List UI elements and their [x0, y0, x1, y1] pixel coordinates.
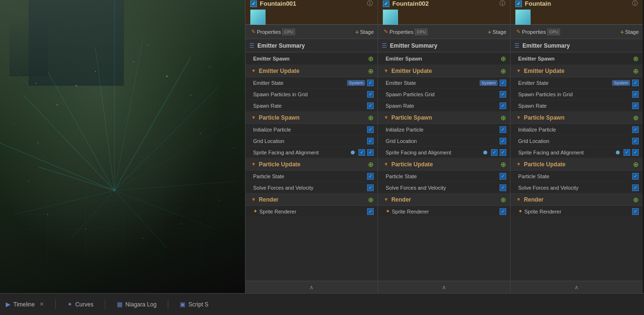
timeline-close[interactable]: ✕ — [40, 301, 44, 307]
particle-update-add-3[interactable]: ⊕ — [633, 161, 639, 168]
spawn-rate-row[interactable]: Spawn Rate ✓ — [245, 100, 378, 112]
particle-state-check-3[interactable]: ✓ — [632, 173, 639, 180]
spawn-add-button-3[interactable]: ⊕ — [633, 55, 639, 62]
panel-collapse-footer-3[interactable]: ∧ — [511, 281, 643, 293]
spawn-particles-check-2[interactable]: ✓ — [500, 91, 506, 98]
particle-state-row-2[interactable]: Particle State ✓ — [378, 171, 510, 182]
emitter-update-header[interactable]: ▼ Emitter Update ⊕ — [245, 65, 378, 77]
emitter-update-add-2[interactable]: ⊕ — [501, 67, 506, 75]
curves-tab[interactable]: ✦ Curves — [67, 299, 93, 310]
particle-update-header-2[interactable]: ▼ Particle Update ⊕ — [378, 158, 510, 171]
sprite-renderer-row-2[interactable]: ✦ Sprite Renderer ✓ — [378, 206, 510, 217]
particle-state-row[interactable]: Particle State ✓ — [245, 171, 378, 182]
initialize-particle-row-3[interactable]: Initialize Particle ✓ — [511, 124, 643, 135]
properties-button[interactable]: ✎ Properties CPU — [249, 28, 297, 36]
initialize-particle-check[interactable]: ✓ — [367, 126, 374, 133]
emitter-state-row-2[interactable]: Emitter State System ✓ — [378, 77, 510, 89]
solve-forces-row-2[interactable]: Solve Forces and Velocity ✓ — [378, 182, 510, 193]
particle-state-row-3[interactable]: Particle State ✓ — [511, 171, 643, 182]
initialize-particle-check-2[interactable]: ✓ — [500, 126, 506, 133]
sprite-facing-check[interactable]: ✓ — [358, 149, 365, 156]
stage-button-2[interactable]: + Stage — [488, 28, 506, 36]
particle-spawn-header-3[interactable]: ▼ Particle Spawn ⊕ — [511, 112, 643, 124]
emitter-summary-header-2[interactable]: ☰ Emitter Summary — [378, 39, 510, 52]
particle-update-header[interactable]: ▼ Particle Update ⊕ — [245, 158, 378, 171]
spawn-rate-row-2[interactable]: Spawn Rate ✓ — [378, 100, 510, 112]
panel-enabled-checkbox[interactable]: ✓ — [250, 0, 257, 7]
info-icon[interactable]: ⓘ — [367, 0, 373, 8]
solve-forces-row-3[interactable]: Solve Forces and Velocity ✓ — [511, 182, 643, 193]
spawn-rate-check[interactable]: ✓ — [367, 102, 374, 109]
spawn-add-button-2[interactable]: ⊕ — [501, 55, 506, 62]
particle-spawn-add-3[interactable]: ⊕ — [633, 114, 639, 122]
particle-state-check[interactable]: ✓ — [367, 173, 374, 180]
niagara-log-tab[interactable]: ▦ Niagara Log — [117, 299, 156, 310]
solve-forces-check-2[interactable]: ✓ — [500, 184, 506, 191]
initialize-particle-check-3[interactable]: ✓ — [632, 126, 639, 133]
grid-location-row-2[interactable]: Grid Location ✓ — [378, 135, 510, 147]
emitter-update-add-3[interactable]: ⊕ — [633, 67, 639, 75]
sprite-facing-check-2[interactable]: ✓ — [491, 149, 498, 156]
render-add[interactable]: ⊕ — [368, 196, 374, 203]
properties-button-2[interactable]: ✎ Properties CPU — [382, 28, 429, 36]
solve-forces-row[interactable]: Solve Forces and Velocity ✓ — [245, 182, 378, 193]
initialize-particle-row[interactable]: Initialize Particle ✓ — [245, 124, 378, 135]
spawn-rate-check-3[interactable]: ✓ — [632, 102, 639, 109]
particle-spawn-header-2[interactable]: ▼ Particle Spawn ⊕ — [378, 112, 510, 124]
spawn-particles-check[interactable]: ✓ — [367, 91, 374, 98]
grid-location-check-2[interactable]: ✓ — [500, 138, 506, 144]
panel-enabled-checkbox-3[interactable]: ✓ — [515, 0, 522, 7]
stage-button-3[interactable]: + Stage — [620, 28, 639, 36]
script-s-tab[interactable]: ▣ Script S — [180, 299, 208, 310]
particle-spawn-header[interactable]: ▼ Particle Spawn ⊕ — [245, 112, 378, 124]
sprite-facing-row-2[interactable]: Sprite Facing and Alignment ✓ ✓ — [378, 147, 510, 158]
timeline-tab[interactable]: ▶ Timeline ✕ — [6, 299, 44, 310]
particle-update-add-2[interactable]: ⊕ — [501, 161, 506, 168]
sprite-facing-check2-2[interactable]: ✓ — [500, 149, 506, 156]
grid-location-check-3[interactable]: ✓ — [632, 138, 639, 144]
info-icon-3[interactable]: ⓘ — [632, 0, 638, 8]
grid-location-row[interactable]: Grid Location ✓ — [245, 135, 378, 147]
render-header-3[interactable]: ▼ Render ⊕ — [511, 193, 643, 206]
solve-forces-check-3[interactable]: ✓ — [632, 184, 639, 191]
grid-location-check[interactable]: ✓ — [367, 138, 374, 144]
info-icon-2[interactable]: ⓘ — [500, 0, 505, 8]
grid-location-row-3[interactable]: Grid Location ✓ — [511, 135, 643, 147]
spawn-particles-grid-row-2[interactable]: Spawn Particles Grid ✓ — [378, 89, 510, 100]
emitter-summary-header-3[interactable]: ☰ Emitter Summary — [511, 39, 643, 52]
properties-button-3[interactable]: ✎ Properties CPU — [514, 28, 562, 36]
emitter-update-add[interactable]: ⊕ — [368, 67, 374, 75]
panel-collapse-footer[interactable]: ∧ — [245, 281, 378, 293]
emitter-state-row-3[interactable]: Emitter State System ✓ — [511, 77, 643, 89]
render-header-2[interactable]: ▼ Render ⊕ — [378, 193, 510, 206]
sprite-renderer-row-3[interactable]: ✦ Sprite Renderer ✓ — [511, 206, 643, 217]
spawn-particles-grid-row[interactable]: Spawn Particles in Grid ✓ — [245, 89, 378, 100]
emitter-update-header-2[interactable]: ▼ Emitter Update ⊕ — [378, 65, 510, 77]
sprite-facing-check2-3[interactable]: ✓ — [632, 149, 639, 156]
particle-spawn-add-2[interactable]: ⊕ — [501, 114, 506, 122]
sprite-facing-row[interactable]: Sprite Facing and Alignment ✓ ✓ — [245, 147, 378, 158]
emitter-update-header-3[interactable]: ▼ Emitter Update ⊕ — [511, 65, 643, 77]
panel-enabled-checkbox-2[interactable]: ✓ — [383, 0, 389, 7]
particle-state-check-2[interactable]: ✓ — [500, 173, 506, 180]
render-add-2[interactable]: ⊕ — [501, 196, 506, 203]
sprite-facing-check2[interactable]: ✓ — [367, 149, 374, 156]
solve-forces-check[interactable]: ✓ — [367, 184, 374, 191]
sprite-renderer-check-2[interactable]: ✓ — [500, 208, 506, 215]
emitter-summary-header[interactable]: ☰ Emitter Summary — [245, 39, 378, 52]
sprite-facing-row-3[interactable]: Sprite Facing and Alignment ✓ ✓ — [511, 147, 643, 158]
emitter-state-check-2[interactable]: ✓ — [500, 80, 506, 86]
sprite-renderer-row[interactable]: ✦ Sprite Renderer ✓ — [245, 206, 378, 217]
spawn-particles-check-3[interactable]: ✓ — [632, 91, 639, 98]
spawn-rate-row-3[interactable]: Spawn Rate ✓ — [511, 100, 643, 112]
render-header[interactable]: ▼ Render ⊕ — [245, 193, 378, 206]
sprite-facing-check-3[interactable]: ✓ — [624, 149, 630, 156]
particle-update-add[interactable]: ⊕ — [368, 161, 374, 168]
spawn-rate-check-2[interactable]: ✓ — [500, 102, 506, 109]
emitter-state-check[interactable]: ✓ — [367, 80, 374, 86]
initialize-particle-row-2[interactable]: Initialize Particle ✓ — [378, 124, 510, 135]
spawn-particles-grid-row-3[interactable]: Spawn Particles in Grid ✓ — [511, 89, 643, 100]
emitter-state-row[interactable]: Emitter State System ✓ — [245, 77, 378, 89]
sprite-renderer-check[interactable]: ✓ — [367, 208, 374, 215]
sprite-renderer-check-3[interactable]: ✓ — [632, 208, 639, 215]
